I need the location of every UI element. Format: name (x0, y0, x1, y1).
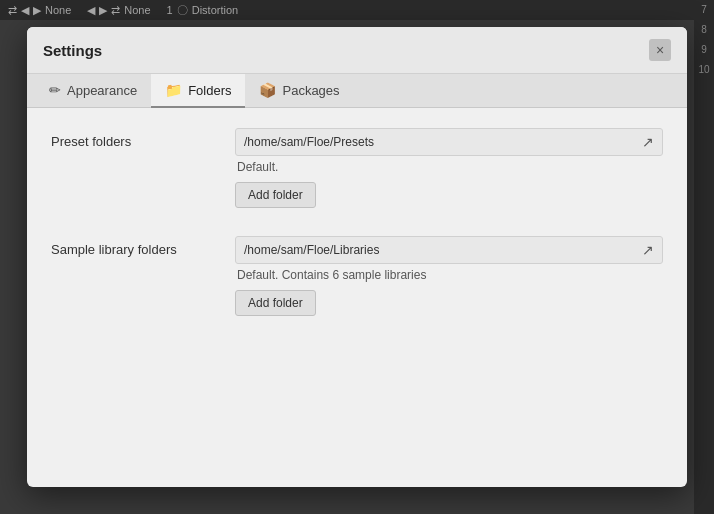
settings-modal: Settings × ✏ Appearance 📁 Folders 📦 Pack… (27, 27, 687, 487)
close-icon: × (656, 42, 664, 58)
modal-overlay: Settings × ✏ Appearance 📁 Folders 📦 Pack… (0, 0, 714, 514)
tab-bar: ✏ Appearance 📁 Folders 📦 Packages (27, 74, 687, 108)
folders-icon: 📁 (165, 82, 182, 98)
tab-packages[interactable]: 📦 Packages (245, 74, 353, 108)
preset-folders-content: /home/sam/Floe/Presets ↗︎ Default. Add f… (235, 128, 663, 208)
preset-folders-row: Preset folders /home/sam/Floe/Presets ↗︎… (51, 128, 663, 208)
external-link-icon-2: ↗︎ (642, 242, 654, 258)
tab-packages-label: Packages (282, 83, 339, 98)
modal-header: Settings × (27, 27, 687, 74)
close-button[interactable]: × (649, 39, 671, 61)
sample-library-folders-label: Sample library folders (51, 236, 211, 257)
tab-appearance[interactable]: ✏ Appearance (35, 74, 151, 108)
packages-icon: 📦 (259, 82, 276, 98)
sample-library-folder-note: Default. Contains 6 sample libraries (235, 268, 663, 282)
appearance-icon: ✏ (49, 82, 61, 98)
external-link-icon-1: ↗︎ (642, 134, 654, 150)
sample-library-folder-open-button[interactable]: ↗︎ (642, 242, 654, 258)
preset-add-folder-button[interactable]: Add folder (235, 182, 316, 208)
sample-library-folder-path: /home/sam/Floe/Libraries (244, 243, 634, 257)
preset-folder-open-button[interactable]: ↗︎ (642, 134, 654, 150)
tab-folders[interactable]: 📁 Folders (151, 74, 245, 108)
sample-library-folders-content: /home/sam/Floe/Libraries ↗︎ Default. Con… (235, 236, 663, 316)
tab-appearance-label: Appearance (67, 83, 137, 98)
preset-folders-label: Preset folders (51, 128, 211, 149)
preset-folder-note: Default. (235, 160, 663, 174)
modal-body: Preset folders /home/sam/Floe/Presets ↗︎… (27, 108, 687, 487)
preset-folder-entry: /home/sam/Floe/Presets ↗︎ (235, 128, 663, 156)
tab-folders-label: Folders (188, 83, 231, 98)
sample-library-folder-entry: /home/sam/Floe/Libraries ↗︎ (235, 236, 663, 264)
sample-library-add-folder-button[interactable]: Add folder (235, 290, 316, 316)
modal-title: Settings (43, 42, 102, 59)
sample-library-folders-row: Sample library folders /home/sam/Floe/Li… (51, 236, 663, 316)
preset-folder-path: /home/sam/Floe/Presets (244, 135, 634, 149)
